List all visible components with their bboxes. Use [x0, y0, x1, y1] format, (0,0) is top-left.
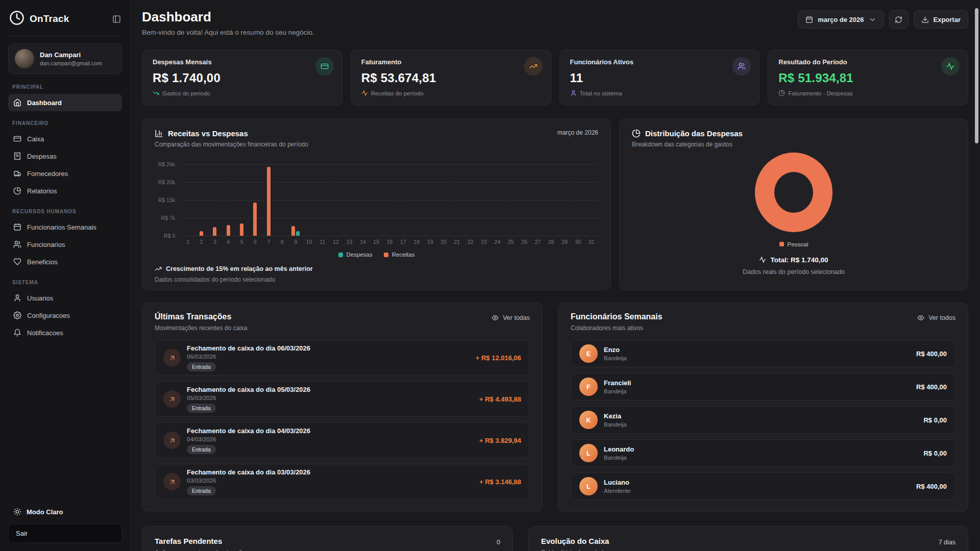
employee-row[interactable]: L Leonardo Bandeija R$ 0,00: [571, 439, 955, 467]
users-icon: [13, 240, 21, 248]
employee-row[interactable]: K Kezia Bandeija R$ 0,00: [571, 406, 955, 434]
stat-title: Faturamento: [361, 58, 541, 66]
theme-toggle[interactable]: Modo Claro: [8, 505, 122, 519]
home-icon: [13, 98, 21, 107]
sidebar: OnTrack Dan Campari dan.campari@gmail.co…: [0, 0, 131, 551]
trending-up-icon: [524, 57, 543, 76]
x-axis-tick: 31: [585, 239, 598, 245]
chart-period-label: março de 2026: [557, 129, 598, 136]
download-icon: [921, 16, 929, 23]
bar-receitas-day-9[interactable]: [291, 226, 295, 236]
sidebar-item-fornecedores[interactable]: Fornecedores: [8, 165, 122, 182]
employee-row[interactable]: F Francieli Bandeija R$ 400,00: [571, 373, 955, 400]
heart-icon: [13, 258, 21, 266]
day-column: [531, 164, 544, 236]
users-icon: [732, 57, 751, 76]
legend-label: Pessoal: [788, 241, 808, 247]
x-axis-tick: 24: [491, 239, 504, 245]
export-button[interactable]: Exportar: [914, 10, 968, 29]
settings-icon: [13, 311, 21, 319]
sun-icon: [13, 508, 21, 516]
view-all-transactions-link[interactable]: Ver todas: [492, 314, 530, 321]
app-root: OnTrack Dan Campari dan.campari@gmail.co…: [0, 0, 980, 551]
sidebar-item-funcionarios[interactable]: Funcionarios: [8, 236, 122, 253]
transaction-row[interactable]: Fechamento de caixa do dia 03/03/2026 03…: [155, 464, 530, 499]
sidebar-header: OnTrack: [8, 6, 122, 36]
scrollbar-thumb[interactable]: [975, 8, 978, 143]
sidebar-collapse-icon[interactable]: [112, 15, 121, 23]
day-column: [437, 164, 450, 236]
donut-title: Distribuição das Despesas: [645, 129, 743, 138]
calendar-icon: [805, 16, 813, 23]
x-axis-tick: 29: [558, 239, 571, 245]
x-axis-tick: 19: [423, 239, 436, 245]
cash-subtitle: Saldo diário do período: [541, 549, 609, 551]
x-axis-tick: 1: [181, 239, 194, 245]
sidebar-item-dashboard[interactable]: Dashboard: [8, 94, 122, 111]
nav-section-label: FINANCEIRO: [12, 120, 118, 126]
nav-section-label: SISTEMA: [12, 280, 118, 285]
employee-amount: R$ 0,00: [923, 416, 947, 424]
app-logo: OnTrack: [9, 10, 69, 28]
arrow-up-right-icon: [163, 432, 181, 449]
donut-title-row: Distribuição das Despesas: [632, 129, 743, 138]
transactions-subtitle: Movimentações recentes do caixa: [155, 324, 247, 332]
user-icon: [570, 90, 577, 96]
bar-receitas-day-7[interactable]: [267, 167, 271, 236]
sidebar-item-configuracoes[interactable]: Configuracoes: [8, 307, 122, 324]
nav-section-label: PRINCIPAL: [12, 84, 118, 90]
employee-avatar: K: [579, 411, 598, 429]
x-axis-tick: 18: [410, 239, 423, 245]
x-axis-tick: 13: [342, 239, 356, 245]
legend-swatch: [779, 242, 784, 246]
day-column: [571, 164, 584, 236]
employee-avatar: E: [579, 344, 598, 363]
employee-role: Atendente: [604, 488, 910, 494]
transaction-row[interactable]: Fechamento de caixa do dia 06/03/2026 06…: [155, 340, 530, 375]
employees-title: Funcionários Semanais: [571, 312, 663, 321]
eye-icon: [917, 314, 924, 321]
transaction-row[interactable]: Fechamento de caixa do dia 05/03/2026 05…: [155, 381, 530, 417]
sidebar-item-funcionarios-semanais[interactable]: Funcionarios Semanais: [8, 218, 122, 236]
bar-receitas-day-5[interactable]: [240, 223, 243, 236]
day-column: [397, 164, 410, 236]
sidebar-item-relatorios[interactable]: Relatorios: [8, 182, 122, 199]
employee-row[interactable]: E Enzo Bandeija R$ 400,00: [571, 340, 955, 367]
view-all-employees-link[interactable]: Ver todos: [917, 314, 955, 321]
export-button-label: Exportar: [934, 16, 961, 23]
bar-receitas-day-3[interactable]: [213, 227, 216, 236]
x-axis-tick: 14: [356, 239, 370, 245]
sidebar-item-notificacoes[interactable]: Notificacoes: [8, 324, 122, 341]
x-axis-tick: 23: [477, 239, 491, 245]
logout-button[interactable]: Sair: [8, 524, 122, 543]
chart-footer: Crescimento de 15% em relação ao mês ant…: [155, 265, 598, 283]
day-column: [342, 164, 356, 236]
user-email: dan.campari@gmail.com: [40, 60, 102, 66]
bar-receitas-day-2[interactable]: [200, 231, 203, 236]
employees-list: E Enzo Bandeija R$ 400,00 F Francieli Ba…: [571, 340, 955, 500]
bar-receitas-day-4[interactable]: [227, 225, 230, 236]
bar-despesas-day-9[interactable]: [296, 231, 300, 236]
donut-subtitle: Breakdown das categorias de gastos: [632, 141, 743, 148]
bar-receitas-day-6[interactable]: [253, 203, 257, 236]
x-axis-tick: 17: [397, 239, 410, 245]
donut-total-row: Total: R$ 1.740,00: [759, 256, 828, 264]
transaction-type-badge: Entrada: [187, 486, 216, 495]
credit-card-icon: [315, 57, 334, 76]
day-column: [545, 164, 558, 236]
employee-name: Enzo: [604, 346, 910, 354]
transaction-row[interactable]: Fechamento de caixa do dia 04/03/2026 04…: [155, 422, 530, 458]
sidebar-item-despesas[interactable]: Despesas: [8, 147, 122, 165]
donut-chart[interactable]: [755, 153, 832, 232]
sidebar-item-caixa[interactable]: Caixa: [8, 130, 122, 147]
refresh-button[interactable]: [889, 10, 909, 29]
sidebar-item-beneficios[interactable]: Beneficios: [8, 253, 122, 270]
sidebar-item-label: Caixa: [27, 135, 44, 143]
period-select[interactable]: março de 2026: [798, 10, 884, 29]
x-axis-tick: 20: [437, 239, 450, 245]
user-card[interactable]: Dan Campari dan.campari@gmail.com: [8, 43, 122, 74]
sidebar-item-usuarios[interactable]: Usuarios: [8, 289, 122, 307]
day-column: [235, 164, 248, 236]
user-name: Dan Campari: [40, 51, 102, 59]
employee-row[interactable]: L Luciano Atendente R$ 400,00: [571, 472, 955, 500]
